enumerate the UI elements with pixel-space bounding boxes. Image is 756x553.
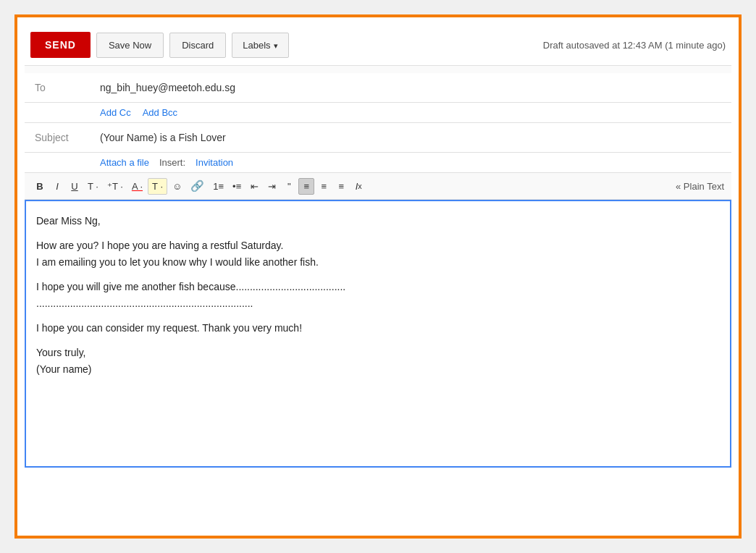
email-body[interactable]: Dear Miss Ng, How are you? I hope you ar… — [25, 200, 731, 468]
underline-button[interactable]: U — [67, 179, 83, 194]
strikethrough-button[interactable]: T · — [84, 179, 102, 194]
body-line4-5: I hope you will give me another fish bec… — [36, 279, 720, 311]
quote-button[interactable]: " — [281, 179, 297, 194]
toolbar: SEND Save Now Discard Labels Draft autos… — [25, 25, 731, 66]
numbered-list-button[interactable]: 1≡ — [209, 179, 227, 194]
chevron-down-icon — [274, 40, 278, 51]
invitation-link[interactable]: Invitation — [196, 157, 233, 168]
plain-text-link[interactable]: « Plain Text — [676, 181, 724, 192]
discard-button[interactable]: Discard — [169, 33, 226, 58]
bullet-list-button[interactable]: •≡ — [229, 179, 245, 194]
align-center-button[interactable]: ≡ — [316, 179, 332, 194]
cc-bcc-row: Add Cc Add Bcc — [25, 103, 731, 123]
subject-row: Subject (Your Name) is a Fish Lover — [25, 123, 731, 153]
insert-label: Insert: — [159, 157, 185, 168]
to-value[interactable]: ng_bih_huey@meetoh.edu.sg — [100, 79, 721, 96]
compose-area: To ng_bih_huey@meetoh.edu.sg Add Cc Add … — [25, 66, 731, 468]
subject-value[interactable]: (Your Name) is a Fish Lover — [100, 129, 721, 146]
font-color-button[interactable]: A · — [128, 179, 146, 194]
italic-button[interactable]: I — [49, 179, 65, 194]
to-row: To ng_bih_huey@meetoh.edu.sg — [25, 73, 731, 103]
add-cc-link[interactable]: Add Cc — [100, 107, 131, 118]
formatting-bar: B I U T · ⁺T · A · T · ☺ 🔗 1≡ •≡ ⇤ ⇥ " ≡… — [25, 173, 731, 200]
attach-file-link[interactable]: Attach a file — [100, 157, 149, 168]
compose-window: SEND Save Now Discard Labels Draft autos… — [14, 14, 742, 539]
indent-more-button[interactable]: ⇥ — [264, 179, 280, 194]
add-bcc-link[interactable]: Add Bcc — [143, 107, 177, 118]
bold-button[interactable]: B — [32, 179, 48, 194]
draft-status: Draft autosaved at 12:43 AM (1 minute ag… — [543, 40, 726, 51]
remove-format-button[interactable]: Ix — [350, 179, 366, 194]
labels-button[interactable]: Labels — [232, 33, 288, 58]
text-bg-button[interactable]: T · — [148, 178, 167, 195]
body-line7-8: Yours truly, (Your name) — [36, 345, 720, 377]
send-button[interactable]: SEND — [30, 32, 91, 58]
body-line2-3: How are you? I hope you are having a res… — [36, 237, 720, 270]
link-button[interactable]: 🔗 — [187, 177, 208, 195]
attach-row: Attach a file Insert: Invitation — [25, 153, 731, 173]
body-line6: I hope you can consider my request. Than… — [36, 320, 720, 336]
save-now-button[interactable]: Save Now — [96, 33, 164, 58]
body-line1: Dear Miss Ng, — [36, 213, 720, 229]
to-label: To — [35, 79, 100, 93]
subject-label: Subject — [35, 129, 100, 143]
align-right-button[interactable]: ≡ — [333, 179, 349, 194]
font-size-button[interactable]: ⁺T · — [104, 179, 127, 194]
emoji-button[interactable]: ☺ — [169, 179, 185, 194]
indent-less-button[interactable]: ⇤ — [246, 179, 262, 194]
align-left-button[interactable]: ≡ — [298, 178, 314, 195]
